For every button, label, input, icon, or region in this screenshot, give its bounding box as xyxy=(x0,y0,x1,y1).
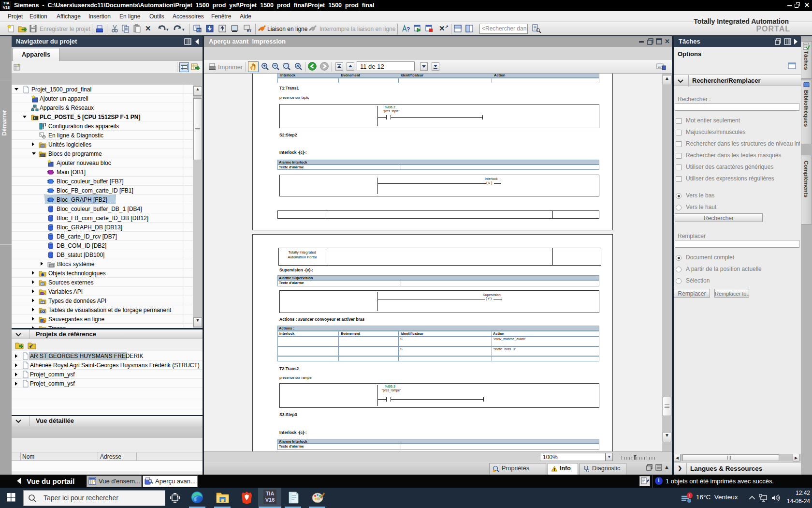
svg-text:1: 1 xyxy=(689,493,691,498)
